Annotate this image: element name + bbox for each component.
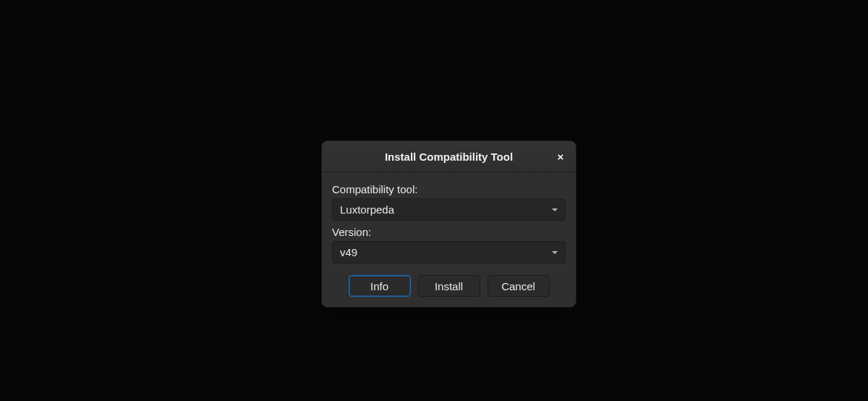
close-button[interactable]: ×	[553, 148, 569, 164]
close-icon: ×	[558, 151, 564, 163]
compatibility-tool-label: Compatibility tool:	[332, 183, 566, 195]
dialog-titlebar: Install Compatibility Tool ×	[322, 141, 576, 172]
dialog-button-row: Info Install Cancel	[332, 275, 566, 297]
version-value: v49	[340, 246, 552, 258]
install-compatibility-dialog: Install Compatibility Tool × Compatibili…	[321, 140, 576, 308]
info-button[interactable]: Info	[349, 275, 411, 297]
dialog-title: Install Compatibility Tool	[385, 151, 513, 163]
dialog-content: Compatibility tool: Luxtorpeda Version: …	[322, 172, 576, 307]
cancel-button[interactable]: Cancel	[488, 275, 550, 297]
chevron-down-icon	[552, 208, 558, 211]
compatibility-tool-value: Luxtorpeda	[340, 203, 552, 216]
version-label: Version:	[332, 226, 566, 238]
compatibility-tool-select[interactable]: Luxtorpeda	[332, 198, 566, 221]
version-select[interactable]: v49	[332, 241, 566, 263]
chevron-down-icon	[552, 251, 558, 254]
install-button[interactable]: Install	[418, 275, 480, 297]
